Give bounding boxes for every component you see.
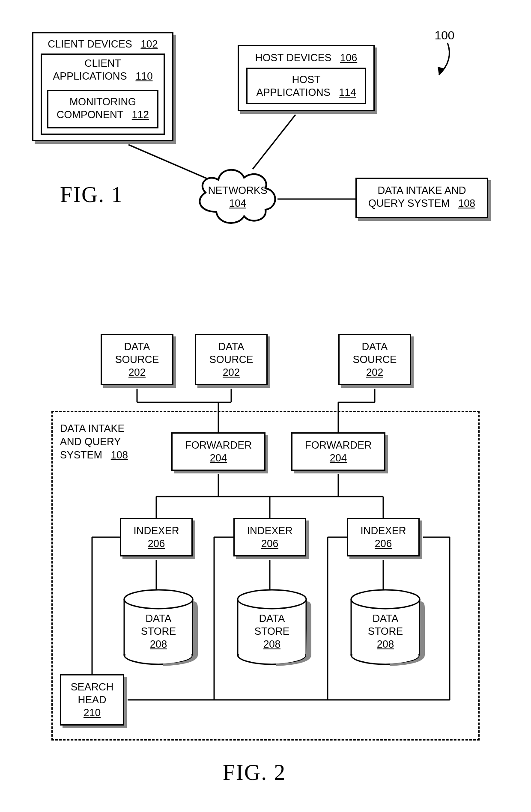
monitoring-component-l1: MONITORING [69,96,136,107]
forwarder-1: FORWARDER 204 [171,432,266,471]
data-source-3: DATA SOURCE 202 [338,334,411,385]
networks-label: NETWORKS 104 [206,184,270,210]
diq-l2: QUERY SYSTEM [368,197,450,209]
fig1-label: FIG. 1 [60,182,123,207]
host-applications-box: HOST APPLICATIONS 114 [246,68,366,104]
data-intake-query-box: DATA INTAKE AND QUERY SYSTEM 108 [355,178,488,218]
data-source-2: DATA SOURCE 202 [195,334,268,385]
svg-line-1 [128,145,210,180]
diq-l1: DATA INTAKE AND [378,184,466,196]
forwarder-2: FORWARDER 204 [291,432,385,471]
data-store-1-label: DATA STORE 208 [124,612,193,651]
fig2-label: FIG. 2 [223,760,286,785]
host-devices-ref: 106 [340,52,357,63]
client-applications-label: CLIENT APPLICATIONS 110 [41,57,165,83]
host-devices-title: HOST DEVICES [255,52,331,63]
monitoring-component-ref: 112 [132,109,149,120]
host-applications-l2: APPLICATIONS [257,86,331,98]
indexer-1: INDEXER 206 [120,518,193,556]
page: 100 CLIENT DEVICES 102 CLIENT APPLICATIO… [0,0,531,812]
monitoring-component-l2: COMPONENT [57,109,123,120]
indexer-3: INDEXER 206 [347,518,420,556]
system-boundary-label: DATA INTAKE AND QUERY SYSTEM 108 [60,422,141,462]
monitoring-component-box: MONITORING COMPONENT 112 [47,90,158,128]
diq-ref: 108 [458,197,475,209]
search-head-box: SEARCH HEAD 210 [60,674,124,726]
data-store-2-label: DATA STORE 208 [238,612,306,651]
client-devices-title: CLIENT DEVICES [48,38,132,50]
indexer-2: INDEXER 206 [233,518,306,556]
svg-line-2 [253,115,295,169]
host-applications-l1: HOST [292,74,321,85]
host-applications-ref: 114 [339,86,356,98]
svg-marker-0 [438,67,444,75]
data-store-3-label: DATA STORE 208 [351,612,420,651]
fig1-overall-ref: 100 [432,28,457,43]
data-source-1: DATA SOURCE 202 [101,334,173,385]
client-devices-ref: 102 [140,38,158,50]
